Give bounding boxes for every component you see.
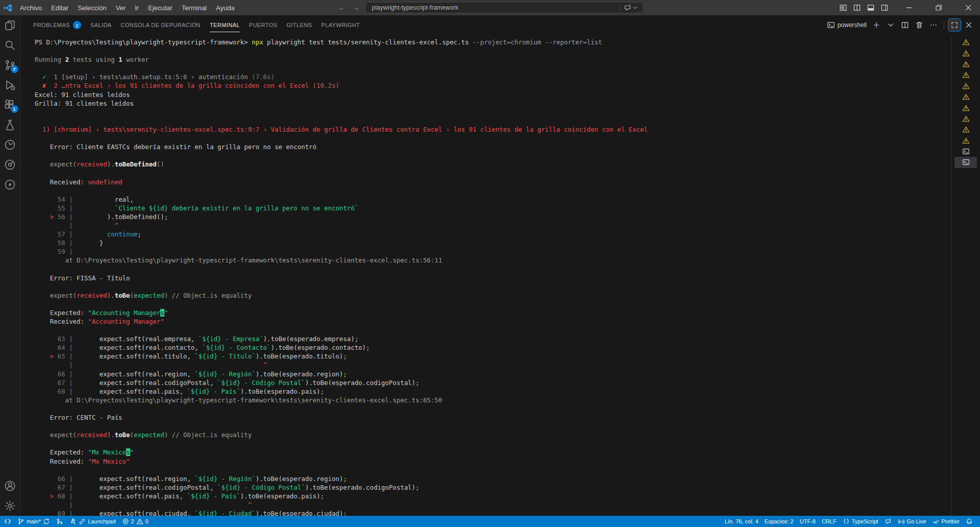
terminal-line: 63 | expect.soft(real.empresa, `${id} - … xyxy=(35,334,951,343)
panel-tab-terminal[interactable]: TERMINAL xyxy=(205,15,244,35)
terminal-line: 68 | expect.soft(real.pais, `${id} - Paí… xyxy=(35,387,951,396)
terminal-line: Grilla: 91 clientes leídos xyxy=(35,99,951,108)
terminal-instance-warning[interactable] xyxy=(954,91,977,102)
activitybar-search[interactable] xyxy=(0,35,20,55)
panel-action-chevron-down[interactable] xyxy=(885,19,897,31)
back-icon[interactable]: ← xyxy=(337,4,347,12)
maximize-restore-icon[interactable] xyxy=(927,0,950,15)
activitybar-run-debug[interactable] xyxy=(0,75,20,95)
statusbar-prettier[interactable]: Prettier xyxy=(929,516,963,527)
panel-bottom-icon[interactable] xyxy=(864,0,877,15)
terminal-line: | ^ xyxy=(35,500,951,509)
panel-action-trash[interactable] xyxy=(913,19,925,31)
label: Launchpad xyxy=(88,518,115,524)
terminal-instance-warning[interactable] xyxy=(954,69,977,80)
forward-icon[interactable]: → xyxy=(351,4,361,12)
activitybar-source-control[interactable]: 7 xyxy=(0,55,20,75)
menu-terminal[interactable]: Terminal xyxy=(177,0,211,15)
terminal-line xyxy=(35,116,951,125)
menu-ayuda[interactable]: Ayuda xyxy=(211,0,239,15)
statusbar-encoding[interactable]: UTF-8 xyxy=(797,516,819,527)
layout-grid-icon[interactable] xyxy=(836,0,850,15)
terminal-instance-warning[interactable] xyxy=(954,124,977,135)
panel-tab-playwright[interactable]: PLAYWRIGHT xyxy=(316,15,364,35)
statusbar-notifications-bell[interactable] xyxy=(963,516,976,527)
activitybar-settings-gear[interactable] xyxy=(0,496,20,516)
terminal-line: PS D:\Proyectos\Testing\playwright-types… xyxy=(35,38,951,46)
terminal-line: 54 | real, xyxy=(35,195,951,204)
statusbar-problems-status[interactable]: 20 xyxy=(119,516,152,527)
copilot-icon[interactable] xyxy=(624,4,632,12)
terminal-instance-warning[interactable] xyxy=(954,47,977,58)
terminal-line xyxy=(35,300,951,308)
label: Lín. 76, col. 4 xyxy=(725,518,758,524)
panel-tab-puertos[interactable]: PUERTOS xyxy=(244,15,282,35)
activitybar-files[interactable] xyxy=(0,15,20,35)
panel-action-plus[interactable] xyxy=(870,19,883,31)
terminal-line: 64 | expect.soft(real.contacto, `${id} -… xyxy=(35,343,951,352)
activitybar-testing-flask[interactable] xyxy=(0,115,20,135)
menu-ver[interactable]: Ver xyxy=(111,0,131,15)
activitybar-live-preview-circle[interactable] xyxy=(0,155,20,175)
menu-editar[interactable]: Editar xyxy=(46,0,73,15)
terminal-output[interactable]: PS D:\Proyectos\Testing\playwright-types… xyxy=(20,35,951,516)
terminal-instance-tab[interactable] xyxy=(954,157,977,167)
terminal-line xyxy=(35,169,951,177)
terminal-line: at D:\Proyectos\Testing\playwright-types… xyxy=(35,256,951,265)
menu-archivo[interactable]: Archivo xyxy=(15,0,46,15)
titlebar: ArchivoEditarSelecciónVerIrEjecutarTermi… xyxy=(0,0,980,15)
panel-tab-salida[interactable]: SALIDA xyxy=(86,15,116,35)
sidebar-right-icon[interactable] xyxy=(877,0,891,15)
terminal-instance-warning[interactable] xyxy=(954,102,977,113)
split-editor-icon[interactable] xyxy=(850,0,864,15)
command-center-search[interactable]: playwright-typescript-framework xyxy=(365,2,644,13)
terminal-line: 67 | expect.soft(real.codigoPostal, `${i… xyxy=(35,378,951,387)
terminal-line xyxy=(35,466,951,474)
panel-tab-gitlens[interactable]: GITLENS xyxy=(282,15,316,35)
panel-action-close[interactable] xyxy=(963,19,975,31)
terminal-line: expect(received).toBe(expected) // Objec… xyxy=(35,430,951,439)
terminal-instance-warning[interactable] xyxy=(954,59,977,69)
terminal-line: 69 | expect.soft(real.ciudad, `${id} - C… xyxy=(35,509,951,516)
activitybar-account[interactable] xyxy=(0,476,20,496)
terminal-line: 1) [chromium] › tests\serenity-clientes-… xyxy=(35,125,951,134)
activitybar-thunder-client[interactable] xyxy=(0,175,20,195)
panel-tab-consola-de-depuración[interactable]: CONSOLA DE DEPURACIÓN xyxy=(116,15,205,35)
statusbar-go-live[interactable]: Go Live xyxy=(895,516,929,527)
terminal-instance-warning[interactable] xyxy=(954,135,977,146)
minimize-icon[interactable] xyxy=(897,0,921,15)
terminal-instance-warning[interactable] xyxy=(954,113,977,124)
statusbar-remote-indicator[interactable] xyxy=(1,516,14,527)
menu-ejecutar[interactable]: Ejecutar xyxy=(143,0,177,15)
panel-tab-bar: PROBLEMAS2SALIDACONSOLA DE DEPURACIÓNTER… xyxy=(20,15,980,35)
terminal-line: > 65 | expect.soft(real.titulo, `${id} -… xyxy=(35,352,951,361)
activitybar-playwright-circle[interactable] xyxy=(0,135,20,155)
statusbar-launchpad[interactable]: Launchpad xyxy=(66,516,118,527)
chevron-down-icon[interactable] xyxy=(632,4,639,11)
menu-ir[interactable]: Ir xyxy=(130,0,143,15)
panel-action-split[interactable] xyxy=(899,19,911,31)
statusbar-branch-status[interactable]: main* xyxy=(14,516,53,527)
terminal-instance-warning[interactable] xyxy=(954,81,977,91)
search-value: playwright-typescript-framework xyxy=(372,4,458,11)
statusbar-copilot-status[interactable] xyxy=(881,516,895,527)
panel-action-ellipsis[interactable] xyxy=(927,19,940,31)
terminal-instance-warning[interactable] xyxy=(954,37,977,47)
terminal-instance-tab[interactable] xyxy=(954,146,977,157)
rocket-icon xyxy=(69,518,77,525)
statusbar-language-mode[interactable]: TypeScript xyxy=(840,516,881,527)
divider xyxy=(944,21,944,29)
statusbar-indentation[interactable]: Espacios: 2 xyxy=(762,516,797,527)
activitybar-extensions[interactable]: 1 xyxy=(0,95,20,115)
statusbar-eol-sequence[interactable]: CRLF xyxy=(819,516,840,527)
menu-selección[interactable]: Selección xyxy=(73,0,111,15)
statusbar-cursor-position[interactable]: Lín. 76, col. 4 xyxy=(722,516,762,527)
panel-action-terminal[interactable]: powershell xyxy=(825,19,868,31)
panel-action-panel-maximize[interactable] xyxy=(948,19,961,31)
terminal-line: expect(received).toBe(expected) // Objec… xyxy=(35,291,951,300)
terminal-line: Error: FISSA - Título xyxy=(35,274,951,282)
close-icon[interactable] xyxy=(957,0,980,15)
statusbar-git-graph[interactable] xyxy=(53,516,66,527)
panel-tab-problemas[interactable]: PROBLEMAS2 xyxy=(29,15,86,35)
error-circle-icon xyxy=(122,518,129,525)
